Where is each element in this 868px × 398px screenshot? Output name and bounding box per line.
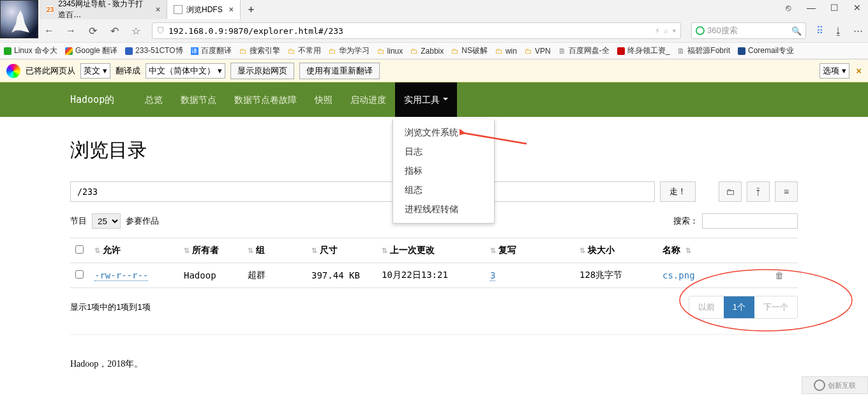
forward-icon[interactable]: → <box>65 25 77 36</box>
menu-icon[interactable]: ⋯ <box>853 25 863 36</box>
paginate-current[interactable]: 1个 <box>724 296 754 318</box>
paginate-prev[interactable]: 以前 <box>689 296 724 318</box>
path-input[interactable] <box>70 181 655 202</box>
back-icon[interactable]: ← <box>43 25 55 36</box>
folder-icon: 🗀 <box>495 47 503 56</box>
dropdown-thread-dump[interactable]: 进程线程转储 <box>393 200 494 219</box>
address-bar[interactable]: ⛉ 192.168.0.9:9870/explorer.html#/233 ⚡ … <box>152 22 681 39</box>
sort-icon[interactable] <box>685 247 691 254</box>
bookmark-folder[interactable]: 🗀NS破解 <box>451 45 488 56</box>
favorite-star-icon[interactable]: ☆ <box>664 26 668 35</box>
bookmark-coremail-icon <box>738 47 745 55</box>
to-language-select[interactable]: 中文（简体中文）▾ <box>146 63 225 79</box>
search-placeholder: 360搜索 <box>707 25 738 36</box>
select-all-checkbox[interactable] <box>75 245 84 254</box>
sort-icon[interactable] <box>580 247 585 254</box>
watermark: 创新互联 <box>802 376 868 394</box>
translate-bar: 已将此网页从 英文▾ 翻译成 中文（简体中文）▾ 显示原始网页 使用有道重新翻译… <box>0 59 868 82</box>
search-icon[interactable]: 🔍 <box>791 26 802 36</box>
lightning-icon[interactable]: ⚡ <box>655 26 659 35</box>
bookmark-folder[interactable]: 🗀华为学习 <box>329 45 370 56</box>
bookmark-folder[interactable]: 🗀Zabbix <box>410 47 444 56</box>
reload-icon[interactable]: ⟳ <box>87 25 98 37</box>
bookmark-item[interactable]: 🗎百度网盘-全 <box>558 45 610 56</box>
bookmark-folder[interactable]: 🗀VPN <box>525 47 551 56</box>
hadoop-brand[interactable]: Hadoop的 <box>70 94 114 106</box>
go-button[interactable]: 走！ <box>660 181 696 202</box>
bookmark-item[interactable]: 终身领工资_ <box>617 45 670 56</box>
star-icon[interactable]: ☆ <box>130 25 142 37</box>
sort-icon[interactable] <box>311 247 317 254</box>
footer-text: Hadoop，2018年。 <box>70 355 798 370</box>
translate-options-select[interactable]: 选项▾ <box>819 63 849 79</box>
bookmark-baidu-icon: 译 <box>191 47 198 55</box>
dropdown-config[interactable]: 组态 <box>393 181 494 200</box>
minimize-window-icon[interactable]: — <box>805 3 817 13</box>
close-translate-bar-icon[interactable]: × <box>856 65 862 76</box>
browser-tab-hdfs[interactable]: 浏览HDFS × <box>167 0 241 19</box>
browser-tab-2345[interactable]: 23 2345网址导航 - 致力于打造百… × <box>40 0 167 19</box>
paginate-next[interactable]: 下一个 <box>754 296 797 318</box>
bookmark-item[interactable]: Google 翻译 <box>65 45 117 56</box>
bookmark-item[interactable]: 🗎福碧源Fobrit <box>677 45 730 56</box>
nav-startup-progress[interactable]: 启动进度 <box>341 82 395 117</box>
bookmark-item[interactable]: Linux 命令大 <box>4 45 57 56</box>
nav-datanodes[interactable]: 数据节点 <box>172 82 225 117</box>
from-language-select[interactable]: 英文▾ <box>80 63 110 79</box>
sort-icon[interactable] <box>184 247 190 254</box>
dropdown-logs[interactable]: 日志 <box>393 142 494 162</box>
dropdown-metrics[interactable]: 指标 <box>393 162 494 181</box>
sort-icon[interactable] <box>248 247 253 254</box>
cut-button[interactable]: ≡ <box>775 181 798 202</box>
nav-volume-failures[interactable]: 数据节点卷故障 <box>225 82 306 117</box>
shirt-icon[interactable]: ⎋ <box>782 3 794 13</box>
sort-icon[interactable] <box>382 247 387 254</box>
undo-icon[interactable]: ↶ <box>108 25 120 37</box>
page-icon: 🗎 <box>677 47 685 56</box>
entries-select[interactable]: 25 <box>92 213 121 229</box>
sort-icon[interactable] <box>490 247 496 254</box>
cell-group: 超群 <box>243 263 306 288</box>
maximize-window-icon[interactable]: ☐ <box>828 3 840 13</box>
replication-link[interactable]: 3 <box>490 270 495 281</box>
translate-logo-icon <box>6 64 20 78</box>
show-original-button[interactable]: 显示原始网页 <box>230 63 294 79</box>
bookmark-item[interactable]: 译百度翻译 <box>191 45 232 56</box>
nav-overview[interactable]: 总览 <box>136 82 172 117</box>
tab-title: 浏览HDFS <box>186 4 223 15</box>
bookmark-folder[interactable]: 🗀win <box>495 47 517 56</box>
row-checkbox[interactable] <box>75 270 84 279</box>
bookmark-item[interactable]: Coremail专业 <box>738 45 794 56</box>
download-icon[interactable]: ⭳ <box>834 26 843 36</box>
close-window-icon[interactable]: ✕ <box>851 3 863 13</box>
bookmark-folder[interactable]: 🗀linux <box>377 47 403 56</box>
sort-icon[interactable] <box>94 247 100 254</box>
dropdown-browse-fs[interactable]: 浏览文件系统 <box>393 123 494 142</box>
pagination: 以前 1个 下一个 <box>689 296 798 319</box>
bookmark-folder[interactable]: 🗀不常用 <box>288 45 321 56</box>
addr-dropdown-icon[interactable]: ▾ <box>672 26 677 35</box>
nav-snapshot[interactable]: 快照 <box>306 82 341 117</box>
apps-grid-icon[interactable] <box>816 25 823 36</box>
close-tab-icon[interactable]: × <box>156 5 160 14</box>
new-tab-button[interactable]: + <box>241 0 262 19</box>
upload-button[interactable]: ⭱ <box>747 181 770 202</box>
search-input[interactable] <box>702 213 798 229</box>
file-name-link[interactable]: cs.png <box>662 270 695 280</box>
close-tab-icon[interactable]: × <box>229 5 234 14</box>
watermark-logo-icon <box>814 379 825 391</box>
table-row: -rw-r--r-- Hadoop 超群 397.44 KB 10月22日13:… <box>70 263 798 288</box>
permission-link[interactable]: -rw-r--r-- <box>94 270 148 281</box>
new-folder-button[interactable]: 🗀 <box>719 181 742 202</box>
search-engine-input[interactable]: 360搜索 🔍 <box>691 22 806 39</box>
file-table: 允许 所有者 组 尺寸 上一次更改 复写 块大小 名称 -rw-r--r-- H… <box>70 238 798 288</box>
cell-size: 397.44 KB <box>306 263 377 288</box>
bookmark-item[interactable]: 233-51CTO博 <box>125 45 183 56</box>
bookmark-folder[interactable]: 🗀搜索引擎 <box>239 45 280 56</box>
translate-mid: 翻译成 <box>116 65 140 77</box>
cell-mtime: 10月22日13:21 <box>377 263 485 288</box>
delete-icon[interactable]: 🗑 <box>775 270 784 280</box>
translate-prefix: 已将此网页从 <box>26 65 75 77</box>
retranslate-button[interactable]: 使用有道重新翻译 <box>299 63 380 79</box>
nav-utilities[interactable]: 实用工具 <box>395 82 457 117</box>
